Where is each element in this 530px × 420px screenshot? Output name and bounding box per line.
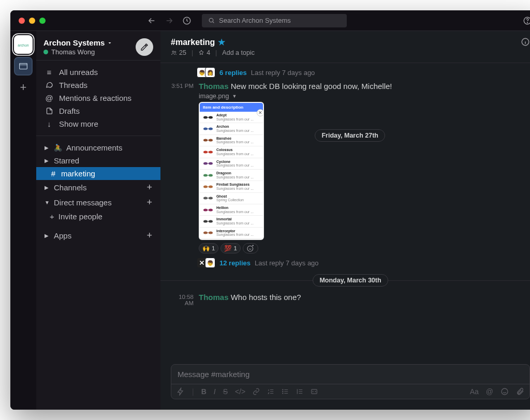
message-author[interactable]: Thomas — [199, 293, 229, 302]
message-list[interactable]: 👦 👩 6 replies Last reply 7 days ago Frid… — [160, 63, 530, 364]
show-more-icon: ↓ — [45, 119, 54, 128]
maximize-window-button[interactable] — [39, 18, 46, 24]
nav-threads[interactable]: Threads — [36, 79, 160, 92]
svg-point-20 — [203, 174, 208, 176]
format-button[interactable]: Aa — [470, 387, 479, 396]
reply-count[interactable]: 12 replies — [219, 259, 251, 267]
add-reaction-button[interactable] — [243, 243, 258, 253]
add-app-button[interactable]: + — [146, 230, 152, 241]
section-starred[interactable]: ▶Starred — [36, 154, 160, 167]
date-divider-friday[interactable]: Friday, March 27th — [315, 129, 385, 142]
ordered-list-button[interactable] — [267, 388, 274, 395]
close-icon[interactable]: ✕ — [257, 109, 264, 116]
presence-indicator — [43, 50, 48, 54]
member-count[interactable]: 25 — [171, 49, 186, 56]
channel-header: #marketing ★ 25 | 4 | Add a topic — [160, 31, 530, 63]
bullet-list-button[interactable] — [282, 388, 289, 395]
forward-button[interactable] — [165, 16, 174, 25]
reply-meta: Last reply 7 days ago — [255, 259, 319, 267]
history-button[interactable] — [182, 16, 192, 25]
nav-all-unreads[interactable]: ≡All unreads — [36, 66, 160, 79]
close-window-button[interactable] — [19, 18, 25, 24]
svg-point-12 — [203, 128, 208, 130]
section-apps[interactable]: ▶Apps+ — [36, 228, 160, 243]
svg-point-25 — [209, 197, 213, 200]
reaction[interactable]: 💯1 — [220, 243, 240, 253]
drafts-icon — [45, 107, 54, 115]
section-dms[interactable]: ▼Direct messages+ — [36, 195, 160, 210]
nav-drafts[interactable]: Drafts — [36, 104, 160, 117]
nav-mentions[interactable]: @Mentions & reactions — [36, 92, 160, 104]
workspace-switcher-archon[interactable]: archon — [14, 35, 33, 54]
attachment-row: HellionSunglasses from our ... — [200, 204, 263, 216]
italic-button[interactable]: I — [214, 387, 216, 396]
user-status[interactable]: Thomas Wong — [43, 48, 113, 56]
attachment-filename[interactable]: image.png▼ — [199, 93, 530, 100]
channel-title[interactable]: #marketing ★ — [171, 37, 255, 47]
strike-button[interactable]: S — [223, 387, 228, 396]
reply-count[interactable]: 6 replies — [219, 69, 247, 77]
svg-point-16 — [203, 151, 208, 153]
workspace-menu[interactable]: Archon Systems — [43, 38, 113, 47]
message-author[interactable]: Thomas — [199, 82, 229, 91]
svg-point-26 — [203, 208, 208, 211]
search-input[interactable]: Search Archon Systems — [202, 14, 347, 27]
help-button[interactable] — [523, 16, 530, 25]
svg-point-35 — [283, 393, 283, 394]
attachment-row: DragoonSunglasses from our ... — [200, 170, 263, 181]
mention-button[interactable]: @ — [486, 387, 493, 396]
minimize-window-button[interactable] — [29, 18, 35, 24]
date-divider-monday: Monday, March 30th — [160, 270, 530, 291]
invite-people[interactable]: +Invite people — [36, 210, 160, 223]
app-window: Search Archon Systems archon + Archon Sy… — [10, 10, 530, 410]
workspace-rail: archon + — [10, 31, 36, 410]
attachment: image.png▼ Item and description ✕ AdeptS… — [199, 93, 530, 253]
attachment-row: ImmortalSunglasses from our ... — [200, 216, 263, 227]
emoji-button[interactable] — [500, 387, 509, 396]
add-channel-button[interactable]: + — [146, 182, 152, 193]
attachment-preview[interactable]: Item and description ✕ AdeptSunglasses f… — [199, 102, 264, 240]
channel-marketing[interactable]: #marketing — [36, 167, 160, 180]
back-button[interactable] — [147, 16, 156, 25]
link-button[interactable] — [253, 388, 260, 395]
pin-count[interactable]: 4 — [198, 49, 210, 56]
section-announcements[interactable]: ▶🚴Announcements — [36, 141, 160, 154]
nav-show-more[interactable]: ↓Show more — [36, 117, 160, 130]
add-topic[interactable]: Add a topic — [222, 49, 255, 56]
svg-point-7 — [172, 51, 174, 53]
attach-button[interactable] — [516, 387, 524, 396]
section-channels[interactable]: ▶Channels+ — [36, 180, 160, 195]
add-dm-button[interactable]: + — [146, 197, 152, 208]
chevron-down-icon — [107, 40, 113, 46]
mentions-icon: @ — [45, 94, 54, 102]
reaction[interactable]: 🙌1 — [199, 243, 218, 253]
caret-right-icon: ▶ — [45, 158, 50, 163]
svg-point-30 — [203, 232, 208, 234]
svg-point-29 — [209, 220, 213, 223]
attachment-row: AdeptSunglasses from our ... — [200, 112, 263, 123]
channel-details-button[interactable] — [521, 37, 530, 47]
code-button[interactable]: </> — [235, 387, 245, 396]
add-workspace-button[interactable]: + — [20, 81, 27, 94]
current-user-name: Thomas Wong — [51, 48, 95, 56]
svg-point-32 — [247, 246, 253, 251]
shortcuts-button[interactable] — [176, 387, 185, 396]
attachment-row: ColossusSunglasses from our ... — [200, 146, 263, 158]
svg-point-14 — [203, 139, 208, 142]
compose-button[interactable] — [136, 38, 153, 56]
reactions: 🙌1 💯1 — [199, 243, 530, 253]
star-icon[interactable]: ★ — [218, 37, 225, 47]
message-composer[interactable]: Message #marketing | B I S </> Aa @ — [171, 364, 530, 399]
thread-summary[interactable]: 👦 👩 6 replies Last reply 7 days ago — [160, 65, 530, 80]
bold-button[interactable]: B — [201, 387, 207, 396]
svg-point-37 — [502, 388, 508, 395]
svg-point-27 — [209, 208, 213, 211]
traffic-lights — [19, 18, 46, 24]
blockquote-button[interactable] — [296, 388, 303, 395]
content-area: #marketing ★ 25 | 4 | Add a topic — [160, 31, 530, 410]
workspace-switcher-second[interactable] — [14, 57, 33, 76]
threads-icon — [45, 81, 54, 89]
composer-input[interactable]: Message #marketing — [171, 365, 529, 384]
thread-summary[interactable]: 👦 12 replies Last reply 7 days ago — [160, 256, 530, 270]
codeblock-button[interactable] — [311, 388, 318, 395]
